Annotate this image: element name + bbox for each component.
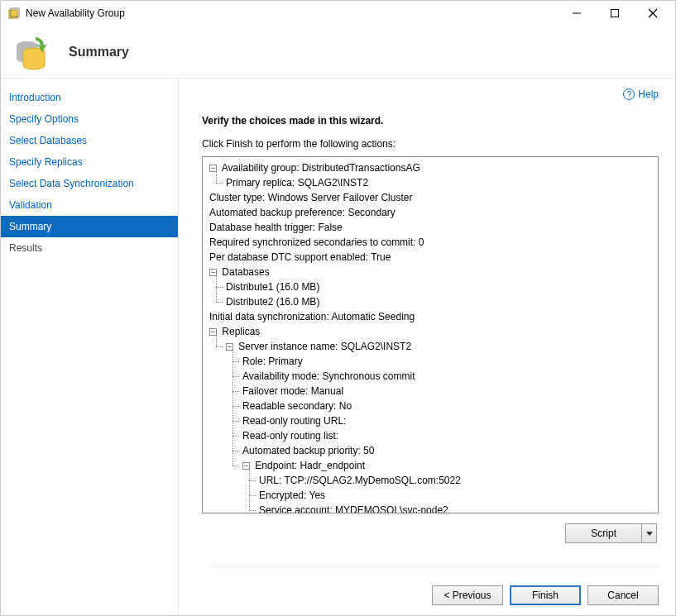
tree-node: Databases [222,266,269,278]
tree-node: Read-only routing list: [242,430,338,442]
svg-marker-8 [646,532,653,536]
tree-node: Automated backup priority: 50 [242,445,374,456]
tree-node: Encrypted: Yes [259,489,325,501]
summary-tree[interactable]: − Availability group: DistributedTransac… [202,156,659,513]
wizard-footer: < Previous Finish Cancel [432,585,659,605]
script-dropdown-icon[interactable] [641,524,656,542]
cancel-button[interactable]: Cancel [587,585,659,605]
tree-node: Cluster type: Windows Server Failover Cl… [209,192,412,203]
sidebar-item-validation[interactable]: Validation [1,194,178,216]
tree-node: Failover mode: Manual [242,385,343,397]
tree-node: Service account: MYDEMOSQL\svc-node2 [259,504,448,513]
maximize-button[interactable] [596,1,634,26]
database-icon [12,32,52,72]
script-button-label: Script [566,524,641,542]
page-title: Summary [69,45,129,60]
tree-node: Read-only routing URL: [242,415,346,427]
tree-node: Primary replica: SQLAG2\INST2 [226,177,368,189]
sidebar-item-select-databases[interactable]: Select Databases [1,130,178,151]
sidebar-item-specify-options[interactable]: Specify Options [1,108,178,130]
summary-subheading: Click Finish to perform the following ac… [202,138,659,150]
tree-node: Database health trigger: False [209,222,343,233]
app-icon [7,7,21,20]
sidebar-item-results[interactable]: Results [1,237,178,259]
tree-node: Distribute2 (16.0 MB) [226,296,319,308]
help-icon: ? [623,88,635,100]
sidebar-item-select-data-sync[interactable]: Select Data Synchronization [1,173,178,194]
minimize-button[interactable] [558,1,596,26]
tree-node: Role: Primary [242,356,303,367]
window-title: New Availability Group [26,7,558,19]
tree-node: Availability group: DistributedTransacti… [222,162,420,174]
tree-node: Availability mode: Synchronous commit [242,370,415,382]
tree-node: Readable secondary: No [242,400,352,412]
tree-node: Replicas [222,326,260,337]
wizard-sidebar: Introduction Specify Options Select Data… [1,79,179,616]
tree-node: Required synchronized secondaries to com… [209,236,424,248]
sidebar-item-summary[interactable]: Summary [1,216,178,237]
titlebar: New Availability Group [1,1,675,26]
script-button[interactable]: Script [565,523,657,543]
help-label: Help [638,88,659,100]
tree-node: Server instance name: SQLAG2\INST2 [238,341,411,352]
tree-node: Distribute1 (16.0 MB) [226,281,319,293]
tree-node: Per database DTC support enabled: True [209,251,391,263]
window-controls [558,1,672,26]
tree-node: Endpoint: Hadr_endpoint [255,460,365,471]
tree-node: URL: TCP://SQLAG2.MyDemoSQL.com:5022 [259,475,461,486]
svg-rect-3 [611,10,619,17]
main-panel: ? Help Verify the choices made in this w… [179,79,675,616]
sidebar-item-specify-replicas[interactable]: Specify Replicas [1,151,178,173]
summary-heading: Verify the choices made in this wizard. [202,115,659,127]
finish-button[interactable]: Finish [510,585,581,605]
previous-button[interactable]: < Previous [432,585,503,605]
wizard-header: Summary [1,26,675,79]
tree-node: Initial data synchronization: Automatic … [209,311,415,322]
tree-node: Automated backup preference: Secondary [209,207,396,218]
footer-separator [212,566,659,567]
sidebar-item-introduction[interactable]: Introduction [1,87,178,108]
close-button[interactable] [634,1,672,26]
help-link[interactable]: ? Help [623,88,659,100]
